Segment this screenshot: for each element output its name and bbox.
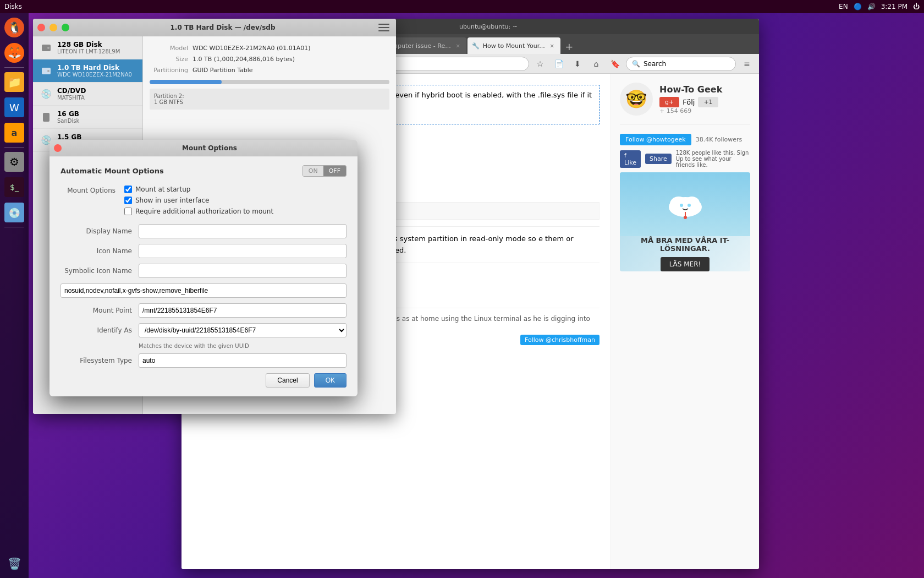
disk-cd-info: CD/DVD MATSHITA (57, 87, 136, 101)
disk-item-128gb[interactable]: 128 GB Disk LITEON IT LMT-128L9M (33, 36, 142, 59)
svg-point-8 (680, 204, 683, 207)
disks-min-btn[interactable] (50, 24, 57, 31)
disk-item-cd[interactable]: 💿 CD/DVD MATSHITA (33, 83, 142, 106)
ad-cta-btn[interactable]: LÄS MER! (661, 257, 710, 271)
twitter-follow-row: Follow @howtogeek 38.4K followers (620, 134, 750, 145)
disk-1tb-sub: WDC WD10EZEX-21M2NA0 (57, 72, 136, 78)
dock-trash[interactable]: 🗑️ (2, 552, 26, 576)
google-plus-btn[interactable]: g+ (659, 97, 679, 107)
volume-icon: 🔊 (867, 3, 876, 10)
disks-window-title: 1.0 TB Hard Disk — /dev/sdb (74, 24, 372, 31)
search-bar[interactable]: 🔍 Search (626, 57, 736, 71)
htg-logo-icon: 🤓 (625, 89, 647, 110)
dialog-close-btn[interactable] (54, 144, 62, 152)
disks-max-btn[interactable] (62, 24, 69, 31)
dock-writer[interactable]: W (2, 95, 26, 119)
fb-share-sidebar-btn[interactable]: Share (645, 154, 672, 164)
pocket-btn[interactable]: 🔖 (607, 56, 623, 72)
system-bar-right: EN 🔵 🔊 3:21 PM ⏻ (839, 3, 920, 10)
fb-like-btn[interactable]: f Like (620, 150, 641, 168)
dialog-body: Automatic Mount Options ON OFF Mount Opt… (50, 156, 358, 396)
auth-label: Require additional authorization to moun… (135, 208, 273, 215)
dock-amazon[interactable]: a (2, 121, 26, 145)
auto-mount-row: Automatic Mount Options ON OFF (61, 165, 346, 177)
startup-checkbox[interactable] (124, 186, 132, 193)
symbolic-icon-section: Symbolic Icon Name (61, 264, 346, 278)
sidebar-ad: 🤓 How-To Geek g+ Följ +1 + 154 669 F (610, 74, 759, 569)
user-interface-label: Show in user interface (135, 197, 209, 204)
dock-ubuntu[interactable]: 🐧 (2, 15, 26, 40)
disk-used-bar (150, 80, 222, 84)
power-icon: ⏻ (913, 3, 920, 10)
filesystem-input[interactable] (139, 353, 346, 368)
dock-files[interactable]: 📁 (2, 70, 26, 94)
display-name-section: Display Name (61, 224, 346, 238)
mount-point-input[interactable] (139, 303, 346, 318)
home-btn[interactable]: ⌂ (588, 56, 604, 72)
auto-mount-toggle[interactable]: ON OFF (302, 165, 346, 177)
reader-mode-btn[interactable]: 📄 (551, 56, 566, 72)
svg-point-9 (688, 204, 691, 207)
disk-cd-sub: MATSHITA (57, 95, 136, 101)
app-title: Disks (4, 3, 22, 10)
dock-settings[interactable]: ⚙️ (2, 150, 26, 174)
disks-menu-btn[interactable] (376, 20, 392, 35)
tab-close-4[interactable]: ✕ (548, 42, 556, 50)
save-btn[interactable]: ⬇ (570, 56, 585, 72)
identify-as-select[interactable]: /dev/disk/by-uuid/221855131854E6F7 (139, 323, 346, 337)
partitioning-value: GUID Partition Table (193, 65, 253, 76)
mount-opts-label: Mount Options (61, 186, 116, 215)
disk-item-16gb[interactable]: 16 GB SanDisk (33, 106, 142, 129)
dock-firefox[interactable]: 🦊 (2, 41, 26, 65)
disk-16-name: 16 GB (57, 110, 136, 118)
mount-options-dialog: Mount Options Automatic Mount Options ON… (50, 140, 358, 396)
size-label: Size (150, 54, 188, 65)
ad-banner: MÅ BRA MED VÅRA IT-LÖSNINGAR. LÄS MER! (620, 172, 750, 271)
system-bar: Disks EN 🔵 🔊 3:21 PM ⏻ (0, 0, 924, 13)
desktop: 🐧 🦊 📁 W a ⚙️ $_ 💿 🗑️ 📂 (0, 13, 924, 578)
tab-how-to-mount[interactable]: 🔧 How to Mount Your... ✕ (468, 37, 560, 54)
dock-terminal[interactable]: $_ (2, 175, 26, 199)
symbolic-icon-label: Symbolic Icon Name (61, 267, 132, 275)
display-name-input[interactable] (139, 224, 346, 238)
icon-name-label: Icon Name (61, 247, 132, 255)
dialog-title: Mount Options (66, 144, 353, 152)
twitter-followers: 38.4K followers (696, 136, 743, 143)
tab-close-3[interactable]: ✕ (454, 42, 462, 50)
symbolic-icon-input[interactable] (139, 264, 346, 278)
ok-button[interactable]: OK (314, 373, 346, 388)
plus-one-btn[interactable]: +1 (698, 97, 718, 107)
bookmark-btn[interactable]: ☆ (532, 56, 548, 72)
toggle-off-label: OFF (323, 166, 346, 176)
htg-card: 🤓 How-To Geek g+ Följ +1 + 154 669 (620, 83, 750, 125)
disks-titlebar: 1.0 TB Hard Disk — /dev/sdb (33, 19, 396, 36)
dock-disks[interactable]: 💿 (2, 200, 26, 225)
auth-checkbox[interactable] (124, 208, 132, 215)
twitter-follow-btn[interactable]: Follow @howtogeek (620, 134, 691, 145)
disk-usage-bar (150, 80, 389, 84)
startup-checkbox-row: Mount at startup (124, 186, 273, 193)
model-value: WDC WD10EZEX-21M2NA0 (01.01A01) (193, 43, 311, 54)
twitter-follow-author-btn[interactable]: Follow @chrisbhoffman (520, 335, 600, 345)
ad-text: MÅ BRA MED VÅRA IT-LÖSNINGAR. (620, 236, 750, 253)
svg-point-1 (47, 47, 50, 49)
disk-item-1tb[interactable]: 1.0 TB Hard Disk WDC WD10EZEX-21M2NA0 (33, 59, 142, 83)
disk-icon-cd: 💿 (40, 88, 53, 101)
disk-icon-128 (40, 41, 53, 54)
icon-name-input[interactable] (139, 244, 346, 258)
disk-16-info: 16 GB SanDisk (57, 110, 136, 124)
user-interface-checkbox[interactable] (124, 197, 132, 204)
mount-options-text-input[interactable] (61, 283, 346, 298)
menu-btn[interactable]: ≡ (739, 56, 755, 72)
search-icon: 🔍 (632, 60, 640, 68)
fb-people-text: 128K people like this. Sign Up to see wh… (676, 150, 750, 168)
disk-1tb-name: 1.0 TB Hard Disk (57, 64, 136, 72)
new-tab-btn[interactable]: + (562, 39, 577, 54)
mount-point-section: Mount Point (61, 303, 346, 318)
disk-cd-name: CD/DVD (57, 87, 136, 95)
cancel-button[interactable]: Cancel (266, 373, 309, 388)
disks-close-btn[interactable] (37, 24, 45, 31)
model-label: Model (150, 43, 188, 54)
display-name-label: Display Name (61, 227, 132, 235)
social-btns: g+ Följ +1 (659, 97, 750, 107)
